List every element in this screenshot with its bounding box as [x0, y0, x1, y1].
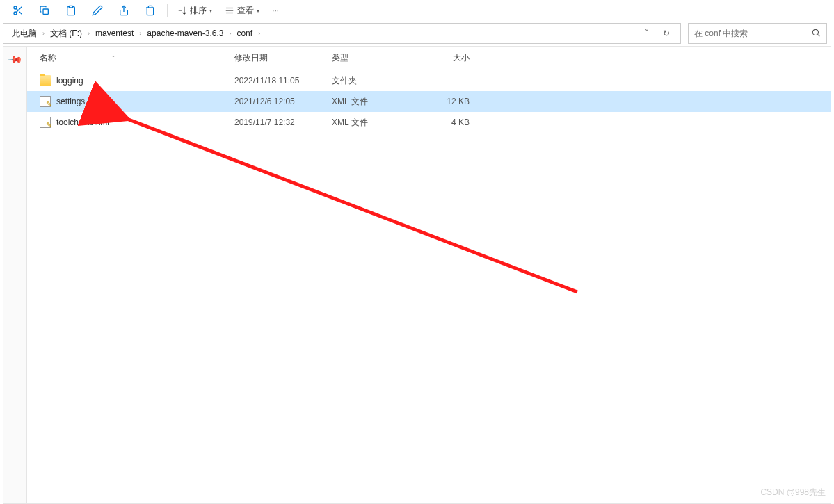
- rename-button[interactable]: [85, 1, 110, 20]
- bc-folder[interactable]: apache-maven-3.6.3: [144, 24, 226, 43]
- watermark: CSDN @998先生: [760, 487, 826, 498]
- col-header-name[interactable]: 名称 ˄: [40, 52, 234, 64]
- svg-line-3: [19, 12, 22, 15]
- more-icon: ···: [272, 6, 279, 15]
- file-pane: 名称 ˄ 修改日期 类型 大小 logging2022/11/18 11:05文…: [27, 47, 831, 503]
- file-size: 4 KB: [415, 117, 478, 127]
- chevron-right-icon: ›: [255, 30, 263, 37]
- sort-button[interactable]: 排序 ▾: [172, 1, 218, 20]
- sort-indicator-icon: ˄: [112, 55, 115, 61]
- svg-rect-6: [69, 6, 72, 8]
- file-type: 文件夹: [332, 75, 415, 87]
- toolbar: 排序 ▾ 查看 ▾ ···: [0, 0, 834, 21]
- svg-line-12: [818, 34, 820, 36]
- bc-folder-current[interactable]: conf: [234, 24, 255, 43]
- breadcrumb-dropdown[interactable]: ˅: [637, 24, 657, 43]
- file-name: settings.xml: [56, 97, 100, 106]
- file-name: toolchains.xml: [56, 117, 109, 127]
- svg-line-4: [16, 8, 18, 10]
- svg-point-1: [14, 12, 17, 15]
- file-name: logging: [56, 76, 83, 86]
- sidebar-gutter: 📌 机终端: [3, 47, 27, 503]
- bc-drive[interactable]: 文档 (F:): [47, 24, 85, 43]
- file-type: XML 文件: [332, 117, 415, 129]
- pin-icon[interactable]: 📌: [7, 51, 23, 67]
- file-name-cell: logging: [40, 75, 234, 86]
- col-header-date[interactable]: 修改日期: [234, 52, 332, 64]
- breadcrumb[interactable]: 此电脑 › 文档 (F:) › maventest › apache-maven…: [3, 23, 681, 44]
- refresh-button[interactable]: ↻: [657, 24, 676, 43]
- delete-button[interactable]: [138, 1, 163, 20]
- file-date: 2022/11/18 11:05: [234, 76, 332, 86]
- sort-icon: [177, 6, 187, 15]
- file-size: 12 KB: [415, 97, 478, 106]
- bc-this-pc[interactable]: 此电脑: [9, 24, 40, 43]
- chevron-right-icon: ›: [136, 30, 144, 37]
- chevron-down-icon: ˅: [645, 29, 649, 38]
- xml-file-icon: [40, 96, 51, 107]
- svg-point-11: [812, 29, 818, 35]
- view-button[interactable]: 查看 ▾: [219, 1, 265, 20]
- svg-rect-5: [43, 9, 48, 14]
- file-date: 2019/11/7 12:32: [234, 117, 332, 127]
- xml-file-icon: [40, 117, 51, 128]
- file-name-cell: toolchains.xml: [40, 117, 234, 128]
- col-header-type[interactable]: 类型: [332, 52, 415, 64]
- nav-row: 此电脑 › 文档 (F:) › maventest › apache-maven…: [0, 21, 834, 46]
- more-button[interactable]: ···: [266, 1, 284, 20]
- column-header: 名称 ˄ 修改日期 类型 大小: [27, 47, 831, 70]
- view-label: 查看: [237, 5, 254, 17]
- share-button[interactable]: [111, 1, 136, 20]
- chevron-right-icon: ›: [226, 30, 234, 37]
- paste-button[interactable]: [58, 1, 83, 20]
- refresh-icon: ↻: [663, 29, 670, 38]
- toolbar-separator: [167, 4, 168, 17]
- col-header-size[interactable]: 大小: [415, 52, 478, 64]
- file-type: XML 文件: [332, 96, 415, 108]
- search-icon[interactable]: [811, 28, 821, 40]
- svg-point-0: [14, 6, 17, 9]
- folder-icon: [40, 75, 51, 86]
- file-name-cell: settings.xml: [40, 96, 234, 107]
- chevron-down-icon: ▾: [257, 8, 259, 14]
- file-row[interactable]: settings.xml2021/12/6 12:05XML 文件12 KB: [27, 91, 831, 112]
- search-input[interactable]: [694, 29, 811, 38]
- chevron-right-icon: ›: [85, 30, 93, 37]
- search-box[interactable]: [688, 23, 827, 44]
- copy-button[interactable]: [32, 1, 57, 20]
- file-row[interactable]: logging2022/11/18 11:05文件夹: [27, 70, 831, 91]
- file-row[interactable]: toolchains.xml2019/11/7 12:32XML 文件4 KB: [27, 112, 831, 133]
- file-date: 2021/12/6 12:05: [234, 97, 332, 106]
- chevron-down-icon: ▾: [209, 8, 212, 14]
- cut-button[interactable]: [6, 1, 31, 20]
- bc-folder[interactable]: maventest: [93, 24, 136, 43]
- view-icon: [225, 6, 234, 15]
- chevron-right-icon: ›: [40, 30, 47, 37]
- content-area: 📌 机终端 名称 ˄ 修改日期 类型 大小 logging2022/11/18 …: [3, 46, 831, 504]
- sort-label: 排序: [190, 5, 207, 17]
